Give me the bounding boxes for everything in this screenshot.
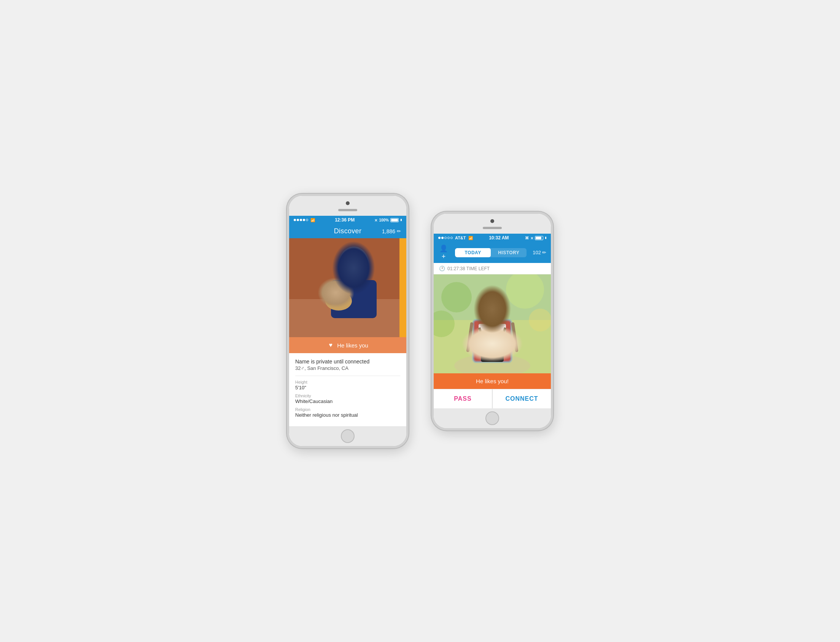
svg-point-17 <box>481 295 504 322</box>
phone-2: AT&T 📶 10:32 AM ⌘ ⨯ 👤+ TODAY HISTORY 102 <box>431 212 553 430</box>
religion-label: Religion <box>295 407 400 412</box>
svg-point-9 <box>441 282 472 313</box>
height-field: Height 5'10" <box>295 380 400 391</box>
dot2-3 <box>444 237 447 239</box>
signal-dots-1 <box>294 219 308 221</box>
ethnicity-label: Ethnicity <box>295 394 400 398</box>
globe-icon-2: ⌘ <box>525 236 529 240</box>
pass-button[interactable]: PASS <box>434 389 492 409</box>
battery-fill-2 <box>536 237 541 239</box>
phone-2-bottom-bezel <box>434 409 551 428</box>
tab-today[interactable]: TODAY <box>455 248 491 257</box>
profile-info-1: Name is private until connected 32♂, San… <box>289 353 406 426</box>
ethnicity-value: White/Caucasian <box>295 399 400 404</box>
battery-2 <box>535 236 543 240</box>
battery-tip-2 <box>545 237 546 239</box>
phone-2-top-bezel <box>434 214 551 233</box>
status-bar-1: 📶 12:36 PM ⨯ 100% <box>289 216 406 224</box>
svg-rect-15 <box>473 320 511 362</box>
dot2-1 <box>438 237 440 239</box>
status-right-1: ⨯ 100% <box>374 218 402 222</box>
bluetooth-icon-1: ⨯ <box>374 218 377 222</box>
speaker-slot <box>338 209 357 211</box>
tab-history[interactable]: HISTORY <box>491 248 526 257</box>
dot3 <box>300 219 302 221</box>
phone-2-screen: AT&T 📶 10:32 AM ⌘ ⨯ 👤+ TODAY HISTORY 102 <box>434 233 551 409</box>
app-header-1: Discover 1,886 ✏ <box>289 224 406 238</box>
svg-rect-16 <box>479 324 506 354</box>
dot5 <box>306 219 308 221</box>
religion-field: Religion Neither religious nor spiritual <box>295 407 400 418</box>
timer-text: 01:27:38 TIME LEFT <box>447 266 490 271</box>
header-title-1: Discover <box>334 227 361 235</box>
svg-point-5 <box>324 290 338 305</box>
svg-rect-19 <box>481 346 504 362</box>
ethnicity-field: Ethnicity White/Caucasian <box>295 394 400 404</box>
photo-svg-2 <box>434 274 551 373</box>
religion-value: Neither religious nor spiritual <box>295 412 400 418</box>
wifi-icon-2: 📶 <box>468 236 473 240</box>
camera-dot <box>346 201 350 205</box>
svg-rect-1 <box>289 238 406 299</box>
status-right-2: ⌘ ⨯ <box>525 236 546 240</box>
add-user-icon[interactable]: 👤+ <box>438 244 449 261</box>
edit-icon-2[interactable]: ✏ <box>542 250 546 255</box>
dot2 <box>297 219 299 221</box>
phone-1-top-bezel <box>289 196 406 216</box>
action-buttons: PASS CONNECT <box>434 389 551 409</box>
svg-point-2 <box>338 246 369 283</box>
svg-point-13 <box>454 354 530 373</box>
svg-point-18 <box>481 293 504 309</box>
photo-svg-1 <box>289 238 406 337</box>
like-banner-2: He likes you! <box>434 373 551 389</box>
svg-point-21 <box>489 351 496 358</box>
signal-dots-2 <box>438 237 453 239</box>
count-value-2: 102 <box>532 250 541 255</box>
svg-rect-0 <box>289 238 406 337</box>
badge-count: 102 ✏ <box>532 250 546 255</box>
battery-pct-1: 100% <box>379 218 389 222</box>
camera-dot-2 <box>490 219 494 223</box>
tabs-container: TODAY HISTORY <box>455 248 526 257</box>
connect-button[interactable]: CONNECT <box>492 389 551 409</box>
svg-rect-7 <box>434 274 551 373</box>
tab-bar-2: 👤+ TODAY HISTORY 102 ✏ <box>434 242 551 263</box>
home-button-2[interactable] <box>486 412 499 425</box>
carrier-label: AT&T <box>455 235 466 240</box>
svg-rect-8 <box>434 274 551 320</box>
like-text-1: He likes you <box>337 342 368 349</box>
profile-name-1: Name is private until connected <box>295 358 400 365</box>
dot4 <box>303 219 305 221</box>
bluetooth-icon-2: ⨯ <box>530 236 533 240</box>
battery-1 <box>390 218 399 222</box>
home-button-1[interactable] <box>341 429 354 443</box>
height-label: Height <box>295 380 400 384</box>
wifi-icon-1: 📶 <box>311 218 315 222</box>
phone-1-bottom-bezel <box>289 426 406 446</box>
swipe-indicator-1 <box>402 238 406 337</box>
header-count-1: 1,886 ✏ <box>382 229 401 234</box>
profile-photo-1[interactable] <box>289 238 406 337</box>
speaker-slot-2 <box>483 227 502 229</box>
status-left-1: 📶 <box>294 218 315 222</box>
status-bar-2: AT&T 📶 10:32 AM ⌘ ⨯ <box>434 233 551 242</box>
battery-tip-1 <box>401 219 402 221</box>
profile-photo-2[interactable] <box>434 274 551 373</box>
height-value: 5'10" <box>295 385 400 391</box>
battery-fill-1 <box>391 219 398 222</box>
edit-icon-1[interactable]: ✏ <box>397 229 401 234</box>
phone-1-screen: 📶 12:36 PM ⨯ 100% Discover 1,886 ✏ <box>289 216 406 426</box>
profile-divider-1 <box>295 376 400 376</box>
svg-point-4 <box>325 292 352 311</box>
svg-rect-14 <box>473 320 511 362</box>
svg-rect-3 <box>331 280 377 318</box>
svg-point-11 <box>529 309 551 331</box>
time-2: 10:32 AM <box>489 235 509 240</box>
svg-point-20 <box>487 349 498 360</box>
like-text-2: He likes you! <box>476 378 509 384</box>
dot2-5 <box>450 237 453 239</box>
svg-point-12 <box>434 311 455 337</box>
profile-location-1: 32♂, San Francisco, CA <box>295 365 400 371</box>
dot2-2 <box>441 237 443 239</box>
phone-1: 📶 12:36 PM ⨯ 100% Discover 1,886 ✏ <box>287 194 409 448</box>
